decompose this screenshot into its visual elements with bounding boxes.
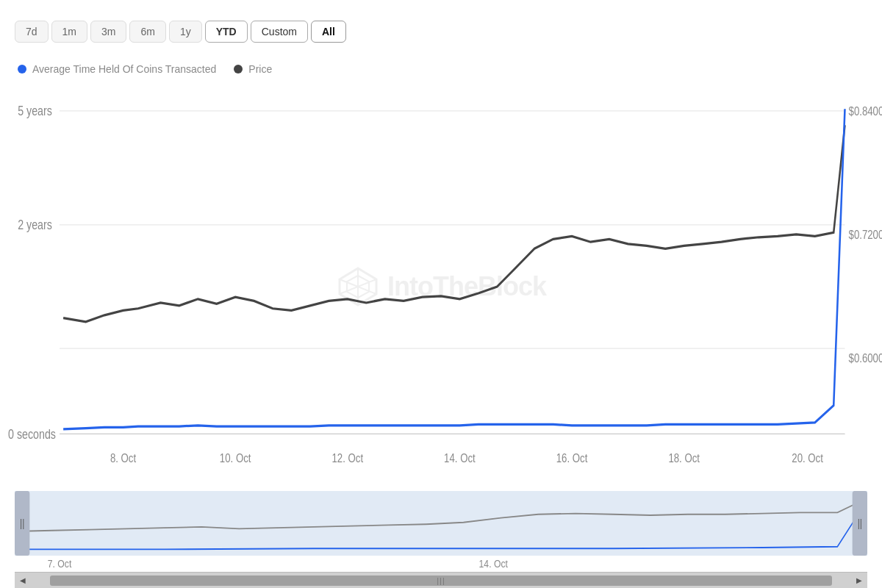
svg-text:16. Oct: 16. Oct	[556, 451, 588, 465]
svg-text:0 seconds: 0 seconds	[8, 426, 56, 441]
svg-text:20. Oct: 20. Oct	[792, 451, 823, 465]
btn-all[interactable]: All	[311, 21, 346, 43]
legend-item-avg-time: Average Time Held Of Coins Transacted	[18, 63, 216, 75]
svg-text:12. Oct: 12. Oct	[332, 451, 364, 465]
svg-text:7. Oct: 7. Oct	[48, 558, 72, 570]
svg-text:||: ||	[20, 517, 24, 529]
svg-text:$0.840000: $0.840000	[849, 104, 882, 118]
btn-1y[interactable]: 1y	[169, 21, 202, 43]
navigator-svg: || || 7. Oct 14. Oct	[15, 491, 867, 572]
btn-1m[interactable]: 1m	[51, 21, 87, 43]
main-chart-svg: 5 years 2 years 0 seconds $0.840000 $0.7…	[15, 82, 867, 491]
svg-text:2 years: 2 years	[18, 218, 52, 232]
svg-text:8. Oct: 8. Oct	[110, 451, 137, 465]
legend-dot-dark	[234, 65, 243, 74]
scrollbar[interactable]: ◀ ||| ▶	[15, 572, 867, 588]
time-range-bar: 7d 1m 3m 6m 1y YTD Custom All	[15, 15, 867, 49]
svg-text:||: ||	[858, 517, 862, 529]
scroll-handle-icon: |||	[437, 576, 445, 585]
scrollbar-thumb[interactable]: |||	[50, 576, 832, 586]
svg-text:10. Oct: 10. Oct	[220, 451, 251, 465]
svg-text:5 years: 5 years	[18, 104, 52, 118]
legend-label-avg-time: Average Time Held Of Coins Transacted	[32, 63, 216, 75]
legend-item-price: Price	[234, 63, 272, 75]
chart-main[interactable]: IntoTheBlock 5 years 2 years 0 seconds $…	[15, 82, 867, 491]
legend-label-price: Price	[248, 63, 272, 75]
scrollbar-track[interactable]: |||	[15, 573, 867, 588]
legend-dot-blue	[18, 65, 26, 74]
btn-7d[interactable]: 7d	[15, 21, 49, 43]
avg-time-line	[63, 109, 845, 429]
chart-legend: Average Time Held Of Coins Transacted Pr…	[15, 63, 867, 75]
btn-3m[interactable]: 3m	[90, 21, 126, 43]
svg-text:$0.600000: $0.600000	[849, 351, 882, 365]
svg-text:18. Oct: 18. Oct	[668, 451, 700, 465]
main-container: 7d 1m 3m 6m 1y YTD Custom All Average Ti…	[0, 0, 882, 588]
scroll-right-arrow[interactable]: ▶	[853, 574, 866, 587]
svg-text:$0.720000: $0.720000	[849, 228, 882, 242]
btn-6m[interactable]: 6m	[129, 21, 165, 43]
chart-wrapper: IntoTheBlock 5 years 2 years 0 seconds $…	[15, 82, 867, 588]
svg-text:14. Oct: 14. Oct	[444, 451, 476, 465]
btn-ytd[interactable]: YTD	[205, 21, 248, 43]
navigator[interactable]: || || 7. Oct 14. Oct	[15, 491, 867, 572]
svg-text:14. Oct: 14. Oct	[479, 558, 509, 570]
btn-custom[interactable]: Custom	[251, 21, 308, 43]
price-line	[63, 125, 845, 322]
